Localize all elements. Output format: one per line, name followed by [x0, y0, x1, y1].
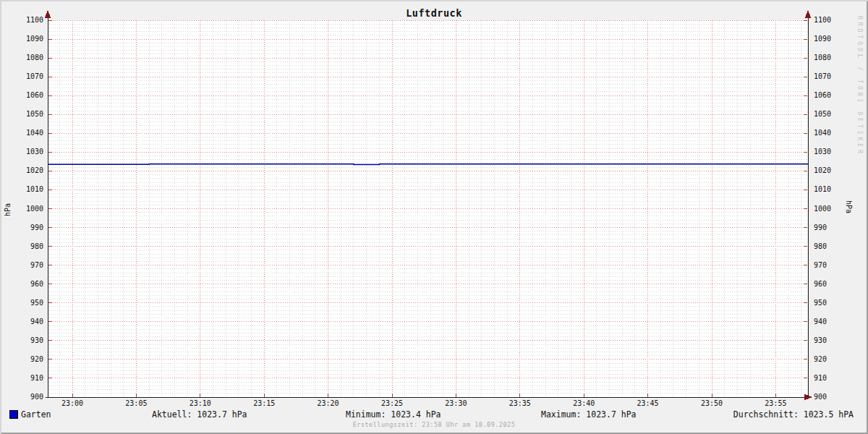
y-axis-tick-label-left: 990 — [6, 224, 43, 232]
y-axis-tick-label-left: 1010 — [6, 185, 43, 194]
y-axis-tick-label-right: 960 — [814, 280, 851, 289]
y-axis-tick-label-right: 1020 — [814, 166, 851, 175]
x-axis-tick-label: 23:45 — [626, 399, 670, 408]
y-axis-tick-label-left: 1020 — [6, 166, 43, 175]
y-axis-tick-label-left: 1100 — [6, 16, 43, 25]
y-axis-tick-label-left: 1040 — [6, 129, 43, 137]
y-axis-tick-label-right: 1040 — [814, 129, 851, 137]
y-axis-tick-label-left: 980 — [6, 242, 43, 251]
x-axis-tick-label: 23:15 — [242, 399, 286, 408]
y-axis-tick-label-right: 1010 — [814, 185, 851, 194]
x-axis-tick-label: 23:55 — [754, 399, 797, 408]
chart-title: Luftdruck — [0, 7, 868, 19]
y-axis-tick-label-right: 1100 — [814, 16, 851, 25]
y-axis-tick-label-left: 920 — [6, 355, 43, 364]
stat-maximum: Maximum: 1023.7 hPa — [541, 409, 637, 420]
x-axis-tick-label: 23:35 — [498, 399, 542, 408]
y-axis-tick-label-right: 1000 — [814, 205, 851, 213]
y-axis-tick-label-left: 1080 — [6, 54, 43, 62]
y-axis-tick-label-right: 980 — [814, 242, 851, 251]
y-axis-tick-label-left: 940 — [6, 318, 43, 326]
y-axis-tick-label-left: 970 — [6, 261, 43, 270]
legend-series-label: Garten — [21, 409, 51, 420]
y-axis-tick-label-right: 990 — [814, 224, 851, 232]
x-axis-tick-label: 23:20 — [307, 399, 350, 408]
y-axis-tick-label-left: 910 — [6, 374, 43, 383]
y-axis-tick-label-right: 1090 — [814, 35, 851, 43]
y-axis-tick-label-right: 1030 — [814, 148, 851, 156]
y-axis-tick-label-left: 900 — [6, 393, 43, 401]
y-axis-tick-label-left: 1090 — [6, 35, 43, 43]
x-axis-tick-label: 23:50 — [690, 399, 733, 408]
stat-average: Durchschnitt: 1023.5 hPA — [733, 409, 854, 420]
y-axis-tick-label-right: 950 — [814, 299, 851, 307]
y-axis-tick-label-right: 930 — [814, 336, 851, 345]
y-axis-tick-label-left: 1050 — [6, 110, 43, 119]
x-axis-tick-label: 23:40 — [562, 399, 605, 408]
rrdtool-watermark: RRDTOOL / TOBI OETIKER — [856, 16, 863, 156]
y-axis-tick-label-left: 950 — [6, 299, 43, 307]
y-axis-tick-label-right: 940 — [814, 318, 851, 326]
y-axis-tick-label-right: 1070 — [814, 72, 851, 81]
y-axis-tick-label-left: 930 — [6, 336, 43, 345]
stat-minimum: Minimum: 1023.4 hPa — [346, 409, 441, 420]
y-axis-tick-label-right: 900 — [814, 393, 851, 401]
y-axis-tick-label-left: 1030 — [6, 148, 43, 156]
y-axis-tick-label-left: 1000 — [6, 205, 43, 213]
creation-timestamp: Erstellungszeit: 23:58 Uhr am 18.09.2025 — [0, 421, 868, 428]
y-axis-tick-label-right: 970 — [814, 261, 851, 270]
legend-swatch — [9, 410, 18, 419]
x-axis-tick-label: 23:25 — [370, 399, 414, 408]
y-axis-tick-label-right: 1050 — [814, 110, 851, 119]
x-axis-tick-label: 23:00 — [51, 399, 94, 408]
x-axis-tick-label: 23:10 — [179, 399, 222, 408]
y-axis-tick-label-left: 960 — [6, 280, 43, 289]
stat-current: Aktuell: 1023.7 hPa — [152, 409, 247, 420]
rrdtool-graph: Luftdruck hPa hPa RRDTOOL / TOBI OETIKER… — [0, 0, 868, 434]
y-axis-tick-label-right: 910 — [814, 374, 851, 383]
x-axis-tick-label: 23:05 — [114, 399, 158, 408]
y-axis-tick-label-right: 1080 — [814, 54, 851, 62]
y-axis-tick-label-left: 1070 — [6, 72, 43, 81]
x-axis-tick-label: 23:30 — [434, 399, 477, 408]
y-axis-tick-label-left: 1060 — [6, 91, 43, 100]
y-axis-tick-label-right: 920 — [814, 355, 851, 364]
y-axis-tick-label-right: 1060 — [814, 91, 851, 100]
chart-plot-area — [0, 0, 868, 434]
